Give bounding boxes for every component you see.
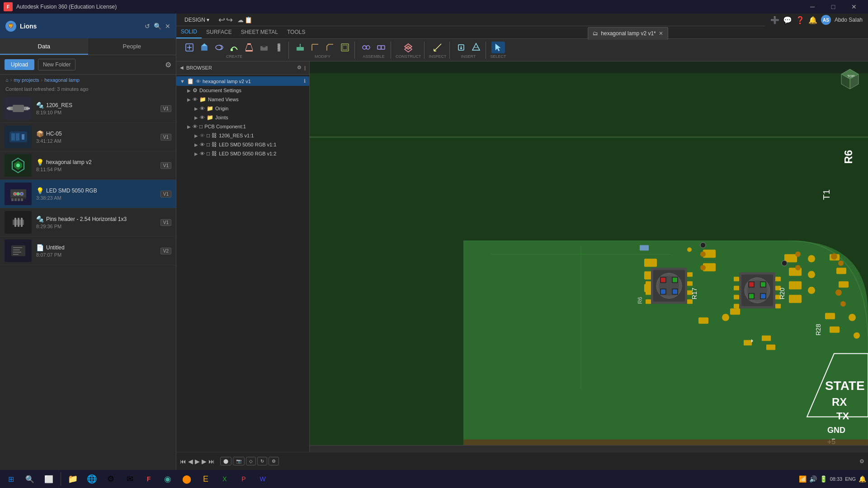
taskbar-start-btn[interactable]: ⊞ xyxy=(2,470,20,488)
measure-btn[interactable] xyxy=(431,42,444,53)
shell-btn[interactable] xyxy=(338,42,352,53)
minimize-button[interactable]: ─ xyxy=(802,0,823,14)
browser-led1-eye[interactable]: 👁 xyxy=(200,142,205,147)
browser-led2-eye[interactable]: 👁 xyxy=(200,151,205,156)
timeline-keyframe-btn[interactable]: ◇ xyxy=(246,457,256,465)
taskbar-file-explorer-btn[interactable]: 📁 xyxy=(64,470,82,488)
new-component-btn[interactable] xyxy=(183,42,196,53)
press-pull-btn[interactable] xyxy=(293,42,307,53)
chamfer-btn[interactable] xyxy=(323,42,337,53)
fillet-btn[interactable] xyxy=(308,42,322,53)
timeline-record-btn[interactable]: ⬤ xyxy=(220,457,231,465)
maximize-button[interactable]: □ xyxy=(823,0,844,14)
version-badge-pinsheader[interactable]: V1 xyxy=(160,219,171,226)
browser-collapse-btn[interactable]: ◀ xyxy=(180,65,184,70)
save-to-cloud-icon[interactable]: ☁ xyxy=(237,16,244,23)
browser-pin-icon[interactable]: | xyxy=(304,65,306,70)
offset-plane-btn[interactable] xyxy=(401,42,415,53)
extrude-btn[interactable] xyxy=(198,42,211,53)
joint-btn[interactable] xyxy=(359,42,373,53)
upload-button[interactable]: Upload xyxy=(5,59,34,70)
version-badge-1206res[interactable]: V1 xyxy=(160,105,171,112)
browser-root-item[interactable]: ▼ 📋 👁 hexagonal lamp v2 v1 ℹ xyxy=(176,76,309,86)
tab-sheet-metal[interactable]: SHEET METAL xyxy=(236,26,283,38)
taskbar-search-btn[interactable]: 🔍 xyxy=(21,470,39,488)
notification-icon[interactable]: 🔔 xyxy=(808,16,817,24)
playback-last-btn[interactable]: ⏭ xyxy=(208,458,215,465)
version-badge-untitled[interactable]: V2 xyxy=(160,248,171,254)
file-item-hc05[interactable]: 📦 HC-05 3:41:12 AM V1 xyxy=(0,123,176,151)
taskbar-chrome-btn[interactable]: ◉ xyxy=(159,470,177,488)
close-button[interactable]: ✕ xyxy=(844,0,864,14)
timeline-camera-btn[interactable]: 📷 xyxy=(233,457,245,465)
playback-prev-btn[interactable]: ◀ xyxy=(188,458,193,465)
breadcrumb-home[interactable]: ⌂ xyxy=(5,77,9,83)
taskbar-taskview-btn[interactable]: ⬜ xyxy=(40,470,58,488)
hole-btn[interactable] xyxy=(257,42,271,53)
settings-icon-button[interactable]: ⚙ xyxy=(165,61,171,69)
search-icon[interactable]: 🔍 xyxy=(154,23,161,30)
taskbar-blender-btn[interactable]: ⬤ xyxy=(178,470,196,488)
taskbar-email-btn[interactable]: ✉ xyxy=(121,470,139,488)
taskbar-ppt-btn[interactable]: P xyxy=(235,470,253,488)
taskbar-wifi-icon[interactable]: 📶 xyxy=(799,475,807,483)
thread-btn[interactable] xyxy=(272,42,286,53)
taskbar-eagle-btn[interactable]: E xyxy=(197,470,215,488)
taskbar-word-btn[interactable]: W xyxy=(254,470,272,488)
revolve-btn[interactable] xyxy=(212,42,226,53)
taskbar-settings-btn[interactable]: ⚙ xyxy=(102,470,120,488)
insert-derive-btn[interactable] xyxy=(454,42,468,53)
browser-joints-eye[interactable]: 👁 xyxy=(200,115,205,120)
sweep-btn[interactable] xyxy=(227,42,241,53)
browser-1206res[interactable]: ▶ 👁 □ ⛓ 1206_RES v1:1 xyxy=(176,131,309,140)
browser-root-info-icon[interactable]: ℹ xyxy=(304,78,306,84)
browser-origin-eye[interactable]: 👁 xyxy=(200,106,205,111)
3d-viewport[interactable]: R17 R20 R6 R28 R6 T1 STATE RX TX GND +5 xyxy=(310,61,868,461)
browser-nv-eye[interactable]: 👁 xyxy=(193,97,198,102)
view-cube[interactable]: TOP xyxy=(836,66,863,93)
file-tab-close[interactable]: ✕ xyxy=(659,30,663,37)
insert-mesh-btn[interactable] xyxy=(469,42,483,53)
close-left-icon[interactable]: ✕ xyxy=(165,23,170,30)
breadcrumb-current[interactable]: hexagonal lamp xyxy=(44,77,80,83)
new-folder-button[interactable]: New Folder xyxy=(38,59,75,70)
timeline-loop-btn[interactable]: ↻ xyxy=(257,457,267,465)
taskbar-excel-btn[interactable]: X xyxy=(216,470,234,488)
browser-pcb-eye[interactable]: 👁 xyxy=(193,124,198,129)
tab-data[interactable]: Data xyxy=(0,38,88,55)
breadcrumb-projects[interactable]: my projects xyxy=(14,77,39,83)
version-badge-hc05[interactable]: V1 xyxy=(160,134,171,141)
browser-pcb-comp[interactable]: ▶ 👁 □ PCB Component:1 xyxy=(176,122,309,131)
file-item-1206res[interactable]: 🔩 1206_RES 8:19:10 PM V1 xyxy=(0,94,176,123)
select-btn[interactable] xyxy=(491,42,505,53)
playback-play-btn[interactable]: ▶ xyxy=(195,458,200,465)
browser-res-eye[interactable]: 👁 xyxy=(200,133,205,138)
file-item-led5050[interactable]: 💡 LED SMD 5050 RGB 3:38:23 AM V1 xyxy=(0,180,176,208)
taskbar-volume-icon[interactable]: 🔊 xyxy=(809,475,817,483)
browser-root-eye[interactable]: 👁 xyxy=(196,79,201,84)
file-item-pinsheader[interactable]: 🔩 Pins header - 2.54 Horizontal 1x3 8:29… xyxy=(0,208,176,237)
browser-led1[interactable]: ▶ 👁 □ ⛓ LED SMD 5050 RGB v1:1 xyxy=(176,140,309,149)
browser-settings-icon[interactable]: ⚙ xyxy=(297,65,302,70)
file-item-untitled[interactable]: 📄 Untitled 8:07:07 PM V2 xyxy=(0,237,176,265)
active-file-tab[interactable]: 🗂 hexagonal lamp v2 v1* ✕ xyxy=(588,27,668,40)
taskbar-battery-icon[interactable]: 🔋 xyxy=(820,475,827,483)
comment-icon[interactable]: 💬 xyxy=(783,16,792,24)
menu-design[interactable]: DESIGN ▾ xyxy=(180,15,214,25)
plus-icon[interactable]: ➕ xyxy=(770,16,779,24)
browser-named-views[interactable]: ▶ 👁 📁 Named Views xyxy=(176,95,309,104)
taskbar-fusion-btn[interactable]: F xyxy=(140,470,158,488)
timeline-settings-btn[interactable]: ⚙ xyxy=(269,457,279,465)
loft-btn[interactable] xyxy=(242,42,256,53)
tab-solid[interactable]: SOLID xyxy=(176,26,202,38)
project-toolbar-icon[interactable]: 📋 xyxy=(245,16,252,23)
browser-led2[interactable]: ▶ 👁 □ ⛓ LED SMD 5050 RGB v1:2 xyxy=(176,149,309,158)
playback-next-btn[interactable]: ▶ xyxy=(202,458,207,465)
browser-doc-settings[interactable]: ▶ ⚙ Document Settings xyxy=(176,86,309,95)
timeline-gear-icon[interactable]: ⚙ xyxy=(859,458,864,465)
tab-surface[interactable]: SURFACE xyxy=(202,26,236,38)
tab-tools[interactable]: TOOLS xyxy=(283,26,310,38)
redo-button[interactable]: ↪ xyxy=(226,15,233,25)
help-icon[interactable]: ❓ xyxy=(796,16,805,24)
as-built-joint-btn[interactable] xyxy=(374,42,388,53)
